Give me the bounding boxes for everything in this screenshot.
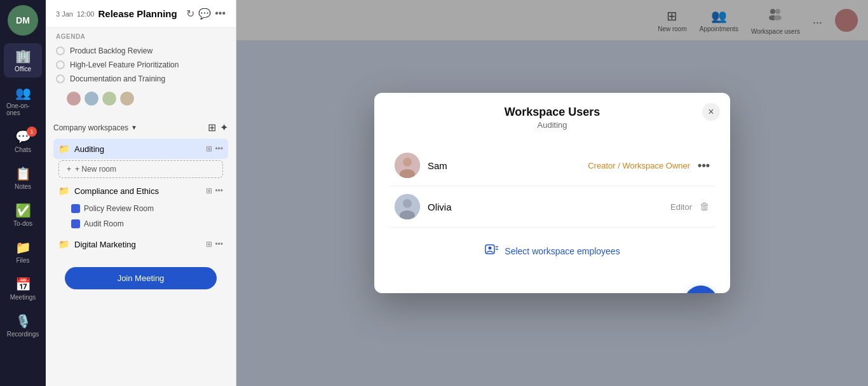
svg-point-11 [489, 247, 492, 250]
sidebar-item-chats[interactable]: 1 💬 Chats [4, 124, 42, 158]
agenda-dot-2 [56, 60, 65, 69]
new-room-plus-icon: + [67, 165, 71, 174]
sidebar-item-chats-label: Chats [15, 146, 31, 153]
user-avatar-olivia [395, 194, 420, 219]
user-actions-sam: ••• [698, 159, 710, 172]
more-icon-compliance[interactable]: ••• [215, 186, 223, 195]
workspace-item-auditing[interactable]: 📁 Auditing ⊞ ••• [53, 139, 228, 159]
attendee-avatar-2 [84, 91, 99, 106]
workspace-item-digital[interactable]: 📁 Digital Marketing ⊞ ••• [53, 234, 228, 254]
attendees-row [56, 91, 226, 111]
agenda-label: AGENDA [56, 33, 226, 40]
modal-title: Workspace Users [505, 106, 600, 119]
add-room-icon-auditing[interactable]: ⊞ [206, 144, 212, 153]
agenda-item-1: Product Backlog Review [56, 44, 226, 58]
sidebar-item-files[interactable]: 📁 Files [4, 235, 42, 269]
refresh-icon[interactable]: ↻ [186, 8, 194, 20]
meetings-icon: 📅 [15, 277, 31, 292]
user-name-olivia: Olivia [428, 202, 663, 212]
workspaces-header: Company workspaces ▼ ⊞ ✦ [53, 121, 228, 134]
meeting-actions: ↻ 💬 ••• [186, 8, 226, 20]
workspace-fab-button[interactable] [684, 286, 717, 293]
more-icon-auditing[interactable]: ••• [215, 144, 223, 153]
workspace-auditing-actions: ⊞ ••• [206, 144, 223, 153]
sub-room-audit[interactable]: Audit Room [53, 216, 228, 231]
user-avatar-sam [395, 153, 420, 178]
logo-text: DM [16, 15, 30, 25]
workspace-digital-actions: ⊞ ••• [206, 240, 223, 249]
room-dot-audit [71, 219, 80, 228]
meeting-more-icon[interactable]: ••• [215, 8, 226, 20]
workspace-name-compliance: Compliance and Ethics [74, 186, 201, 196]
add-workspace-icon[interactable]: ⊞ [208, 121, 216, 134]
app-logo: DM [8, 5, 38, 36]
workspace-compliance-actions: ⊞ ••• [206, 186, 223, 195]
sidebar-item-one-on-ones[interactable]: 👥 One-on-ones [4, 80, 42, 121]
modal-subtitle: Auditing [505, 120, 600, 130]
agenda-section: AGENDA Product Backlog Review High-Level… [46, 28, 236, 116]
workspaces-dropdown-icon: ▼ [131, 124, 137, 131]
workspace-folder-icon-digital: 📁 [58, 239, 69, 249]
join-meeting-button[interactable]: Join Meeting [65, 267, 217, 289]
right-area: ⊞ New room 👥 Appointments Workspace user… [236, 0, 868, 386]
workspace-name-digital: Digital Marketing [74, 240, 201, 249]
room-dot-policy [71, 204, 80, 213]
sidebar-item-office[interactable]: 🏢 Office [4, 43, 42, 78]
sub-room-policy-review[interactable]: Policy Review Room [53, 201, 228, 216]
sidebar-item-todos-label: To-dos [13, 220, 32, 227]
user-row-sam: Sam Creator / Workspace Owner ••• [390, 145, 715, 186]
sidebar-item-notes-label: Notes [15, 183, 31, 190]
room-name-policy: Policy Review Room [84, 204, 154, 213]
modal-title-block: Workspace Users Auditing [505, 106, 600, 130]
sidebar-item-office-label: Office [15, 65, 31, 72]
user-role-sam: Creator / Workspace Owner [588, 161, 690, 170]
add-room-icon-compliance[interactable]: ⊞ [206, 186, 212, 195]
new-room-button[interactable]: + + New room [58, 160, 223, 178]
workspaces-section: Company workspaces ▼ ⊞ ✦ 📁 Auditing ⊞ ••… [46, 116, 236, 259]
agenda-item-3-text: Documentation and Training [70, 74, 165, 83]
workspace-name-auditing: Auditing [74, 144, 201, 154]
attendee-avatar-4 [119, 91, 135, 106]
agenda-dot-3 [56, 74, 65, 83]
select-employees-label: Select workspace employees [505, 246, 620, 256]
sidebar-item-todos[interactable]: ✅ To-dos [4, 198, 42, 232]
workspace-users-modal: Workspace Users Auditing × [374, 93, 730, 293]
svg-point-5 [403, 158, 412, 167]
sidebar-item-recordings-label: Recordings [7, 331, 39, 338]
agenda-item-3: Documentation and Training [56, 72, 226, 86]
add-room-icon-digital[interactable]: ⊞ [206, 240, 212, 249]
user-actions-olivia: 🗑 [700, 201, 710, 212]
meeting-time: 12:00 [77, 10, 95, 18]
attendee-avatar-1 [66, 91, 81, 106]
sidebar-item-recordings[interactable]: 🎙️ Recordings [4, 308, 42, 343]
panel-action-area: Join Meeting [46, 259, 236, 297]
meeting-date: 3 Jan [56, 10, 73, 18]
sidebar-item-meetings[interactable]: 📅 Meetings [4, 272, 42, 306]
chat-icon[interactable]: 💬 [198, 8, 211, 20]
sidebar-item-meetings-label: Meetings [10, 294, 36, 301]
chats-badge: 1 [27, 127, 37, 137]
select-employees-icon [484, 243, 499, 259]
modal-body: Sam Creator / Workspace Owner ••• [374, 135, 730, 274]
files-icon: 📁 [15, 240, 31, 255]
user-delete-button-olivia[interactable]: 🗑 [700, 201, 710, 212]
sparkle-icon[interactable]: ✦ [220, 121, 228, 134]
more-icon-digital[interactable]: ••• [215, 240, 223, 249]
todos-icon: ✅ [15, 203, 31, 218]
workspace-item-compliance[interactable]: 📁 Compliance and Ethics ⊞ ••• [53, 181, 228, 201]
attendee-avatar-3 [102, 91, 117, 106]
agenda-item-1-text: Product Backlog Review [70, 46, 153, 55]
workspace-folder-icon-auditing: 📁 [58, 144, 69, 154]
sidebar-item-notes[interactable]: 📋 Notes [4, 161, 42, 195]
user-name-sam: Sam [428, 160, 580, 171]
user-more-button-sam[interactable]: ••• [698, 159, 710, 172]
modal-close-button[interactable]: × [702, 103, 720, 121]
sidebar-item-one-on-ones-label: One-on-ones [6, 102, 39, 116]
svg-point-8 [403, 199, 412, 208]
main-area: 3 Jan 12:00 Release Planning ↻ 💬 ••• AGE… [46, 0, 868, 386]
workspace-panel: 3 Jan 12:00 Release Planning ↻ 💬 ••• AGE… [46, 0, 236, 386]
select-employees-button[interactable]: Select workspace employees [390, 243, 715, 259]
agenda-dot-1 [56, 46, 65, 55]
recordings-icon: 🎙️ [15, 314, 31, 329]
workspaces-header-icons: ⊞ ✦ [208, 121, 228, 134]
